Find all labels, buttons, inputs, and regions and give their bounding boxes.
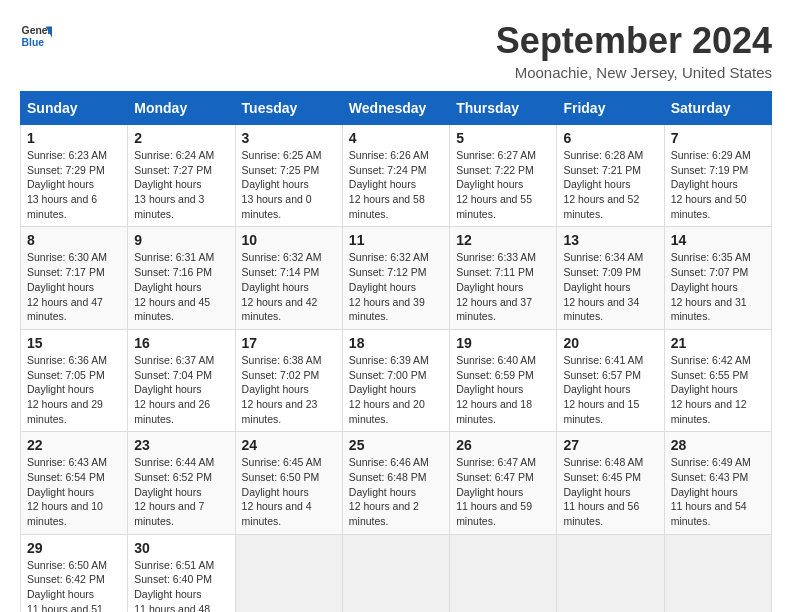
cell-content: Sunrise: 6:40 AMSunset: 6:59 PMDaylight … — [456, 353, 550, 426]
cell-day-number: 2 — [134, 130, 228, 146]
table-row: 24Sunrise: 6:45 AMSunset: 6:50 PMDayligh… — [235, 432, 342, 534]
calendar-week-row: 15Sunrise: 6:36 AMSunset: 7:05 PMDayligh… — [21, 329, 772, 431]
cell-content: Sunrise: 6:23 AMSunset: 7:29 PMDaylight … — [27, 148, 121, 221]
table-row: 18Sunrise: 6:39 AMSunset: 7:00 PMDayligh… — [342, 329, 449, 431]
cell-day-number: 16 — [134, 335, 228, 351]
cell-day-number: 26 — [456, 437, 550, 453]
cell-content: Sunrise: 6:26 AMSunset: 7:24 PMDaylight … — [349, 148, 443, 221]
cell-day-number: 3 — [242, 130, 336, 146]
table-row: 7Sunrise: 6:29 AMSunset: 7:19 PMDaylight… — [664, 125, 771, 227]
header-wednesday: Wednesday — [342, 92, 449, 125]
cell-content: Sunrise: 6:25 AMSunset: 7:25 PMDaylight … — [242, 148, 336, 221]
svg-text:Blue: Blue — [22, 37, 45, 48]
table-row: 11Sunrise: 6:32 AMSunset: 7:12 PMDayligh… — [342, 227, 449, 329]
table-row: 10Sunrise: 6:32 AMSunset: 7:14 PMDayligh… — [235, 227, 342, 329]
cell-day-number: 24 — [242, 437, 336, 453]
cell-content: Sunrise: 6:35 AMSunset: 7:07 PMDaylight … — [671, 250, 765, 323]
calendar-table: Sunday Monday Tuesday Wednesday Thursday… — [20, 91, 772, 612]
cell-content: Sunrise: 6:39 AMSunset: 7:00 PMDaylight … — [349, 353, 443, 426]
cell-content: Sunrise: 6:48 AMSunset: 6:45 PMDaylight … — [563, 455, 657, 528]
table-row: 27Sunrise: 6:48 AMSunset: 6:45 PMDayligh… — [557, 432, 664, 534]
cell-content: Sunrise: 6:27 AMSunset: 7:22 PMDaylight … — [456, 148, 550, 221]
cell-content: Sunrise: 6:51 AMSunset: 6:40 PMDaylight … — [134, 558, 228, 612]
cell-day-number: 29 — [27, 540, 121, 556]
cell-content: Sunrise: 6:45 AMSunset: 6:50 PMDaylight … — [242, 455, 336, 528]
header-sunday: Sunday — [21, 92, 128, 125]
table-row: 28Sunrise: 6:49 AMSunset: 6:43 PMDayligh… — [664, 432, 771, 534]
logo-icon: General Blue — [20, 20, 52, 52]
cell-day-number: 12 — [456, 232, 550, 248]
table-row: 19Sunrise: 6:40 AMSunset: 6:59 PMDayligh… — [450, 329, 557, 431]
cell-day-number: 10 — [242, 232, 336, 248]
table-row: 15Sunrise: 6:36 AMSunset: 7:05 PMDayligh… — [21, 329, 128, 431]
cell-day-number: 5 — [456, 130, 550, 146]
table-row — [450, 534, 557, 612]
cell-day-number: 15 — [27, 335, 121, 351]
table-row: 23Sunrise: 6:44 AMSunset: 6:52 PMDayligh… — [128, 432, 235, 534]
table-row: 17Sunrise: 6:38 AMSunset: 7:02 PMDayligh… — [235, 329, 342, 431]
table-row: 1Sunrise: 6:23 AMSunset: 7:29 PMDaylight… — [21, 125, 128, 227]
table-row: 8Sunrise: 6:30 AMSunset: 7:17 PMDaylight… — [21, 227, 128, 329]
table-row: 22Sunrise: 6:43 AMSunset: 6:54 PMDayligh… — [21, 432, 128, 534]
table-row: 9Sunrise: 6:31 AMSunset: 7:16 PMDaylight… — [128, 227, 235, 329]
calendar-week-row: 22Sunrise: 6:43 AMSunset: 6:54 PMDayligh… — [21, 432, 772, 534]
table-row: 6Sunrise: 6:28 AMSunset: 7:21 PMDaylight… — [557, 125, 664, 227]
cell-content: Sunrise: 6:24 AMSunset: 7:27 PMDaylight … — [134, 148, 228, 221]
cell-content: Sunrise: 6:36 AMSunset: 7:05 PMDaylight … — [27, 353, 121, 426]
cell-day-number: 23 — [134, 437, 228, 453]
cell-day-number: 27 — [563, 437, 657, 453]
cell-day-number: 22 — [27, 437, 121, 453]
cell-day-number: 21 — [671, 335, 765, 351]
cell-content: Sunrise: 6:44 AMSunset: 6:52 PMDaylight … — [134, 455, 228, 528]
calendar-subtitle: Moonachie, New Jersey, United States — [496, 64, 772, 81]
cell-content: Sunrise: 6:37 AMSunset: 7:04 PMDaylight … — [134, 353, 228, 426]
cell-content: Sunrise: 6:32 AMSunset: 7:14 PMDaylight … — [242, 250, 336, 323]
cell-content: Sunrise: 6:50 AMSunset: 6:42 PMDaylight … — [27, 558, 121, 612]
cell-content: Sunrise: 6:43 AMSunset: 6:54 PMDaylight … — [27, 455, 121, 528]
table-row: 30Sunrise: 6:51 AMSunset: 6:40 PMDayligh… — [128, 534, 235, 612]
cell-content: Sunrise: 6:28 AMSunset: 7:21 PMDaylight … — [563, 148, 657, 221]
logo: General Blue — [20, 20, 52, 52]
header-saturday: Saturday — [664, 92, 771, 125]
table-row: 29Sunrise: 6:50 AMSunset: 6:42 PMDayligh… — [21, 534, 128, 612]
cell-day-number: 14 — [671, 232, 765, 248]
header-thursday: Thursday — [450, 92, 557, 125]
cell-day-number: 7 — [671, 130, 765, 146]
cell-day-number: 6 — [563, 130, 657, 146]
table-row: 14Sunrise: 6:35 AMSunset: 7:07 PMDayligh… — [664, 227, 771, 329]
calendar-title: September 2024 — [496, 20, 772, 62]
cell-content: Sunrise: 6:38 AMSunset: 7:02 PMDaylight … — [242, 353, 336, 426]
cell-day-number: 30 — [134, 540, 228, 556]
calendar-header-row: Sunday Monday Tuesday Wednesday Thursday… — [21, 92, 772, 125]
cell-content: Sunrise: 6:32 AMSunset: 7:12 PMDaylight … — [349, 250, 443, 323]
cell-day-number: 28 — [671, 437, 765, 453]
cell-day-number: 19 — [456, 335, 550, 351]
table-row: 25Sunrise: 6:46 AMSunset: 6:48 PMDayligh… — [342, 432, 449, 534]
header-monday: Monday — [128, 92, 235, 125]
table-row: 16Sunrise: 6:37 AMSunset: 7:04 PMDayligh… — [128, 329, 235, 431]
cell-content: Sunrise: 6:29 AMSunset: 7:19 PMDaylight … — [671, 148, 765, 221]
cell-day-number: 17 — [242, 335, 336, 351]
header-tuesday: Tuesday — [235, 92, 342, 125]
cell-day-number: 4 — [349, 130, 443, 146]
cell-day-number: 18 — [349, 335, 443, 351]
table-row: 2Sunrise: 6:24 AMSunset: 7:27 PMDaylight… — [128, 125, 235, 227]
cell-day-number: 9 — [134, 232, 228, 248]
cell-day-number: 8 — [27, 232, 121, 248]
table-row: 5Sunrise: 6:27 AMSunset: 7:22 PMDaylight… — [450, 125, 557, 227]
cell-content: Sunrise: 6:49 AMSunset: 6:43 PMDaylight … — [671, 455, 765, 528]
calendar-week-row: 1Sunrise: 6:23 AMSunset: 7:29 PMDaylight… — [21, 125, 772, 227]
header-friday: Friday — [557, 92, 664, 125]
table-row: 20Sunrise: 6:41 AMSunset: 6:57 PMDayligh… — [557, 329, 664, 431]
cell-content: Sunrise: 6:41 AMSunset: 6:57 PMDaylight … — [563, 353, 657, 426]
cell-content: Sunrise: 6:33 AMSunset: 7:11 PMDaylight … — [456, 250, 550, 323]
cell-day-number: 25 — [349, 437, 443, 453]
cell-content: Sunrise: 6:34 AMSunset: 7:09 PMDaylight … — [563, 250, 657, 323]
table-row — [342, 534, 449, 612]
calendar-week-row: 8Sunrise: 6:30 AMSunset: 7:17 PMDaylight… — [21, 227, 772, 329]
cell-content: Sunrise: 6:31 AMSunset: 7:16 PMDaylight … — [134, 250, 228, 323]
cell-day-number: 13 — [563, 232, 657, 248]
cell-content: Sunrise: 6:30 AMSunset: 7:17 PMDaylight … — [27, 250, 121, 323]
calendar-week-row: 29Sunrise: 6:50 AMSunset: 6:42 PMDayligh… — [21, 534, 772, 612]
cell-day-number: 1 — [27, 130, 121, 146]
